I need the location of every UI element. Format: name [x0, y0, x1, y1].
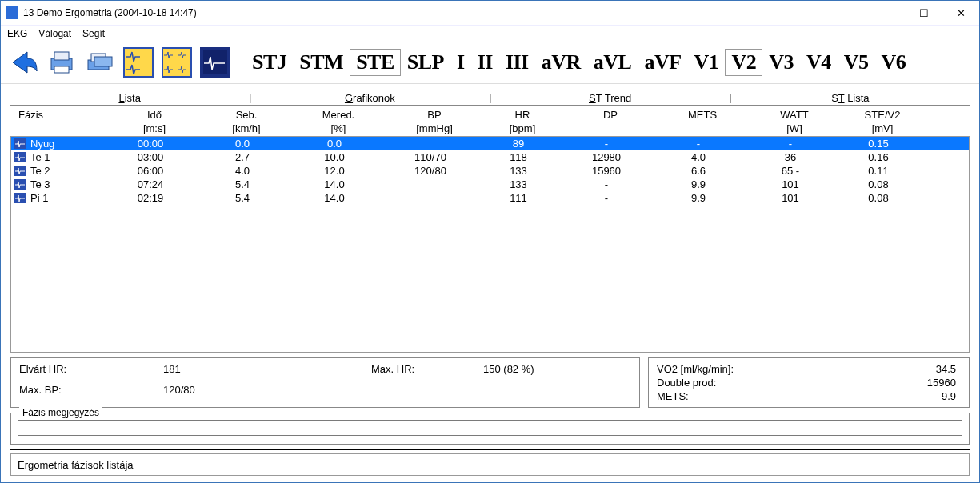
param-tab-aVL[interactable]: aVL: [587, 49, 638, 76]
param-tab-I[interactable]: I: [450, 49, 471, 76]
view-tab-1[interactable]: Grafikonok: [250, 92, 489, 104]
close-button[interactable]: ✕: [942, 1, 979, 25]
table-row[interactable]: Te 206:004.012.0120/80133159606.665 -0.1…: [11, 164, 969, 178]
elvart-hr-label: Elvárt HR:: [19, 363, 163, 382]
hdr-hr: HR: [482, 109, 562, 121]
cell-fazis: Te 3: [30, 178, 50, 190]
view-tab-3[interactable]: ST Lista: [731, 92, 970, 104]
vo2-label: VO2 [ml/kg/min]:: [657, 363, 817, 375]
view-tab-2[interactable]: ST Trend: [491, 92, 730, 104]
stats-row: Elvárt HR: 181 Max. HR: 150 (82 %) Max. …: [10, 357, 970, 408]
statusbar: Ergometria fázisok listája: [10, 453, 970, 476]
cell-hr: 111: [478, 192, 558, 204]
separator: [10, 449, 970, 450]
cell-mets: 9.9: [654, 192, 742, 204]
hdr-ste-u: [mV]: [842, 122, 922, 134]
table-row[interactable]: Te 103:002.710.0110/70118129804.0360.16: [11, 150, 969, 164]
content-area: Lista|Grafikonok|ST Trend|ST Lista Fázis…: [1, 84, 979, 482]
app-icon: [6, 6, 18, 19]
minimize-button[interactable]: —: [869, 1, 906, 25]
cell-fazis: Te 1: [30, 151, 50, 163]
menu-valogat[interactable]: Válogat: [38, 28, 71, 39]
hdr-fazis: Fázis: [18, 109, 106, 121]
cell-ido: 00:00: [102, 138, 198, 150]
notes-input[interactable]: [18, 420, 962, 436]
printer2-icon[interactable]: [84, 45, 116, 80]
elvart-hr-value: 181: [163, 363, 371, 382]
dp-value: 15960: [817, 377, 961, 389]
wave3-icon[interactable]: [199, 45, 231, 80]
svg-rect-1: [54, 52, 69, 60]
cell-ido: 03:00: [102, 151, 198, 163]
param-tab-II[interactable]: II: [471, 49, 499, 76]
cell-mets: 6.6: [654, 165, 742, 177]
menubar: EKG Válogat Segít: [1, 26, 979, 42]
maximize-button[interactable]: ☐: [906, 1, 942, 25]
param-tab-V4[interactable]: V4: [800, 49, 838, 76]
hdr-mered-u: [%]: [290, 122, 386, 134]
cell-fazis: Te 2: [30, 165, 50, 177]
hdr-seb: Seb.: [202, 109, 290, 121]
param-tab-III[interactable]: III: [499, 49, 535, 76]
window-buttons: — ☐ ✕: [869, 1, 979, 25]
param-tab-V2[interactable]: V2: [725, 49, 762, 76]
cell-watt: -: [742, 138, 838, 150]
wave1-icon[interactable]: [122, 45, 154, 80]
param-tab-aVF[interactable]: aVF: [638, 49, 687, 76]
param-tab-STJ[interactable]: STJ: [246, 49, 293, 76]
phase-icon: [14, 193, 26, 203]
svg-rect-7: [125, 49, 152, 76]
grid-header-row1: Fázis Idő Seb. Mered. BP HR DP METS WATT…: [7, 107, 973, 121]
param-tab-V3[interactable]: V3: [762, 49, 800, 76]
cell-bp: 110/70: [382, 151, 478, 163]
hdr-dp: DP: [562, 109, 658, 121]
hdr-watt: WATT: [746, 109, 842, 121]
printer1-icon[interactable]: [46, 45, 78, 80]
cell-ste: 0.08: [838, 192, 918, 204]
table-row[interactable]: Te 307:245.414.0133-9.91010.08: [11, 178, 969, 191]
param-tab-STM[interactable]: STM: [293, 49, 350, 76]
hdr-hr-u: [bpm]: [482, 122, 562, 134]
table-row[interactable]: Pi 102:195.414.0111-9.91010.08: [11, 191, 969, 205]
hdr-seb-u: [km/h]: [202, 122, 290, 134]
view-tab-0[interactable]: Lista: [10, 92, 249, 104]
cell-mered: 14.0: [286, 192, 382, 204]
hdr-mets: METS: [658, 109, 746, 121]
cell-dp: -: [558, 192, 654, 204]
param-tab-V1[interactable]: V1: [688, 49, 726, 76]
param-tab-STE[interactable]: STE: [350, 49, 401, 76]
cell-fazis: Nyug: [30, 138, 54, 150]
cell-watt: 101: [742, 178, 838, 190]
titlebar: 13 Demo Ergometria (2004-10-18 14:47) — …: [1, 1, 979, 26]
grid: Nyug00:000.00.089---0.15Te 103:002.710.0…: [10, 136, 970, 353]
cell-bp: 120/80: [382, 165, 478, 177]
cell-dp: 15960: [558, 165, 654, 177]
menu-segit[interactable]: Segít: [82, 28, 105, 39]
notes-group: Fázis megjegyzés: [10, 413, 970, 445]
wave2-icon[interactable]: [161, 45, 193, 80]
cell-watt: 65 -: [742, 165, 838, 177]
param-tab-V5[interactable]: V5: [838, 49, 875, 76]
grid-header-row2: [m:s] [km/h] [%] [mmHg] [bpm] [W] [mV]: [7, 121, 973, 134]
cell-ste: 0.11: [838, 165, 918, 177]
table-row[interactable]: Nyug00:000.00.089---0.15: [11, 137, 969, 150]
mets-label: METS:: [657, 390, 817, 402]
back-icon[interactable]: [7, 45, 39, 80]
param-tab-SLP[interactable]: SLP: [401, 49, 450, 76]
hdr-watt-u: [W]: [746, 122, 842, 134]
cell-ido: 07:24: [102, 178, 198, 190]
cell-mets: 9.9: [654, 178, 742, 190]
menu-ekg[interactable]: EKG: [7, 28, 27, 39]
cell-dp: -: [558, 178, 654, 190]
svg-rect-5: [94, 57, 112, 66]
phase-icon: [14, 179, 26, 190]
cell-seb: 5.4: [198, 192, 286, 204]
param-tab-aVR[interactable]: aVR: [535, 49, 587, 76]
hdr-bp-u: [mmHg]: [386, 122, 482, 134]
cell-mered: 12.0: [286, 165, 382, 177]
cell-ido: 06:00: [102, 165, 198, 177]
hdr-mered: Mered.: [290, 109, 386, 121]
param-tab-V6[interactable]: V6: [875, 49, 913, 76]
cell-hr: 89: [478, 138, 558, 150]
cell-hr: 118: [478, 151, 558, 163]
